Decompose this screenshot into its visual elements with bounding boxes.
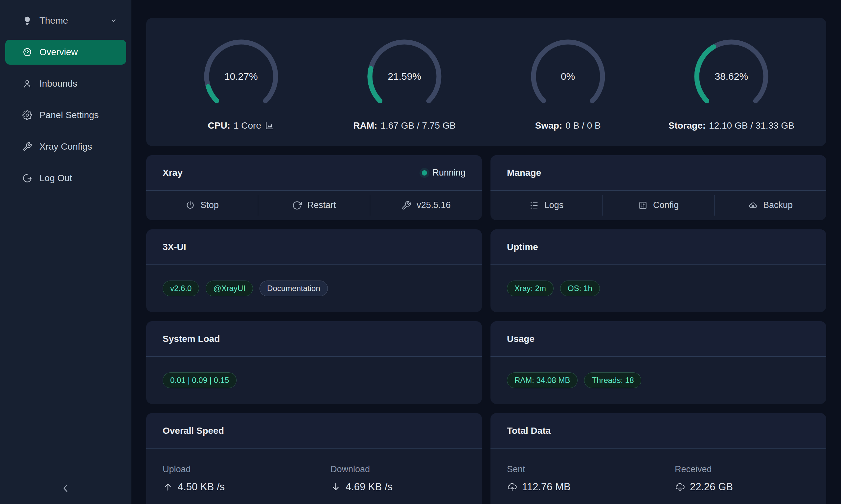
sidebar-item-label: Overview	[39, 47, 118, 57]
restart-button-label: Restart	[307, 200, 336, 210]
gauge-cpu: 10.27% CPU: 1 Core	[159, 37, 323, 146]
uptime-card-header: Uptime	[491, 229, 826, 265]
threads-tag: Threads: 18	[584, 373, 641, 388]
status-label: Running	[432, 168, 465, 178]
download-stat: Download 4.69 KB /s	[314, 464, 482, 493]
sent-value-text: 112.76 MB	[522, 481, 571, 493]
sidebar-item-xray-configs[interactable]: Xray Configs	[5, 134, 126, 159]
sidebar-item-label: Inbounds	[39, 78, 118, 89]
system-load-card-header: System Load	[146, 321, 482, 357]
sidebar-item-label: Xray Configs	[39, 141, 118, 152]
usage-card: Usage RAM: 34.08 MB Threads: 18	[491, 321, 826, 404]
sidebar-item-panel-settings[interactable]: Panel Settings	[5, 103, 126, 128]
manage-card: Manage Logs	[491, 155, 826, 220]
overall-speed-card: Overall Speed Upload 4.50 KB /s	[146, 413, 482, 504]
version-tag[interactable]: v2.6.0	[162, 281, 199, 296]
config-button-label: Config	[653, 200, 679, 210]
cloud-save-icon	[748, 200, 758, 210]
manage-actions: Logs Config	[491, 191, 826, 220]
sent-stat: Sent 112.76 MB	[491, 464, 658, 493]
sidebar-item-inbounds[interactable]: Inbounds	[5, 71, 126, 96]
card-title: Uptime	[507, 242, 538, 252]
download-label: Download	[330, 464, 482, 474]
gauge-label-prefix: Storage:	[668, 121, 706, 131]
received-value: 22.26 GB	[675, 481, 826, 493]
uptime-card: Uptime Xray: 2m OS: 1h	[491, 229, 826, 312]
sidebar-item-theme[interactable]: Theme	[5, 8, 126, 33]
download-value-text: 4.69 KB /s	[346, 481, 393, 493]
sliders-icon	[638, 200, 648, 210]
system-load-tags: 0.01 | 0.09 | 0.15	[146, 357, 482, 403]
gauge-label-prefix: CPU:	[208, 121, 230, 131]
xrayui-link-tag[interactable]: @XrayUI	[206, 281, 253, 296]
area-chart-icon[interactable]	[264, 121, 274, 131]
os-uptime-tag: OS: 1h	[560, 281, 600, 296]
stop-button-label: Stop	[201, 200, 219, 210]
app-root: Theme Overview	[0, 0, 841, 504]
load-average-tag: 0.01 | 0.09 | 0.15	[162, 373, 237, 388]
upload-value-text: 4.50 KB /s	[178, 481, 225, 493]
download-value: 4.69 KB /s	[330, 481, 482, 493]
sidebar-item-log-out[interactable]: Log Out	[5, 166, 126, 191]
list-icon	[529, 200, 539, 210]
system-stats-card: 10.27% CPU: 1 Core	[146, 18, 826, 146]
system-load-card: System Load 0.01 | 0.09 | 0.15	[146, 321, 482, 404]
gauge-label-text: 1 Core	[234, 121, 261, 131]
wrench-icon	[22, 142, 32, 151]
xui-card: 3X-UI v2.6.0 @XrayUI Documentation	[146, 229, 482, 312]
xray-card-header: Xray Running	[146, 155, 482, 191]
arrow-down-icon	[330, 482, 341, 492]
power-icon	[185, 200, 195, 210]
gauge-storage-value: 38.62%	[692, 37, 771, 116]
card-title: Total Data	[507, 426, 551, 436]
main-content: 10.27% CPU: 1 Core	[132, 0, 841, 504]
logs-button[interactable]: Logs	[491, 191, 602, 220]
uptime-tags: Xray: 2m OS: 1h	[491, 265, 826, 312]
total-data-body: Sent 112.76 MB Received	[491, 449, 826, 493]
upload-value: 4.50 KB /s	[162, 481, 314, 493]
card-title: System Load	[162, 334, 220, 344]
backup-button[interactable]: Backup	[715, 191, 826, 220]
chevron-down-icon	[110, 17, 118, 24]
gauge-ram: 21.59% RAM: 1.67 GB / 7.75 GB	[323, 37, 486, 146]
sidebar-item-overview[interactable]: Overview	[5, 40, 126, 65]
config-button[interactable]: Config	[602, 191, 714, 220]
person-icon	[22, 79, 32, 89]
gauge-swap: 0% Swap: 0 B / 0 B	[486, 37, 650, 146]
sidebar-item-label: Panel Settings	[39, 110, 118, 121]
chevron-left-icon	[60, 482, 72, 496]
xray-status: Running	[422, 168, 465, 178]
card-title: 3X-UI	[162, 242, 186, 252]
status-dot	[422, 170, 427, 176]
logs-button-label: Logs	[544, 200, 564, 210]
ram-usage-tag: RAM: 34.08 MB	[507, 373, 578, 388]
upload-stat: Upload 4.50 KB /s	[146, 464, 314, 493]
restart-button[interactable]: Restart	[258, 191, 370, 220]
overall-speed-body: Upload 4.50 KB /s Download	[146, 449, 482, 493]
gauge-swap-label: Swap: 0 B / 0 B	[535, 121, 601, 131]
received-label: Received	[675, 464, 826, 474]
gauge-storage-label: Storage: 12.10 GB / 31.33 GB	[668, 121, 794, 131]
arrow-up-icon	[162, 482, 173, 492]
upload-label: Upload	[162, 464, 314, 474]
usage-card-header: Usage	[491, 321, 826, 357]
backup-button-label: Backup	[763, 200, 793, 210]
overall-speed-card-header: Overall Speed	[146, 413, 482, 449]
documentation-link-tag[interactable]: Documentation	[259, 281, 328, 296]
bulb-icon	[22, 16, 32, 25]
xray-version-button[interactable]: v25.5.16	[370, 191, 482, 220]
stop-button[interactable]: Stop	[146, 191, 258, 220]
wrench-icon	[401, 200, 411, 210]
received-stat: Received 22.26 GB	[658, 464, 826, 493]
cloud-upload-icon	[507, 482, 517, 492]
card-title: Xray	[162, 168, 183, 178]
cards-grid: Xray Running Stop	[146, 155, 826, 504]
manage-card-header: Manage	[491, 155, 826, 191]
total-data-card: Total Data Sent 112.76 MB	[491, 413, 826, 504]
sidebar-collapse-button[interactable]	[0, 482, 132, 496]
xray-uptime-tag: Xray: 2m	[507, 281, 553, 296]
sidebar: Theme Overview	[0, 0, 132, 504]
gauge-label-text: 1.67 GB / 7.75 GB	[380, 121, 456, 131]
gauge-label-text: 12.10 GB / 31.33 GB	[709, 121, 794, 131]
xui-card-header: 3X-UI	[146, 229, 482, 265]
